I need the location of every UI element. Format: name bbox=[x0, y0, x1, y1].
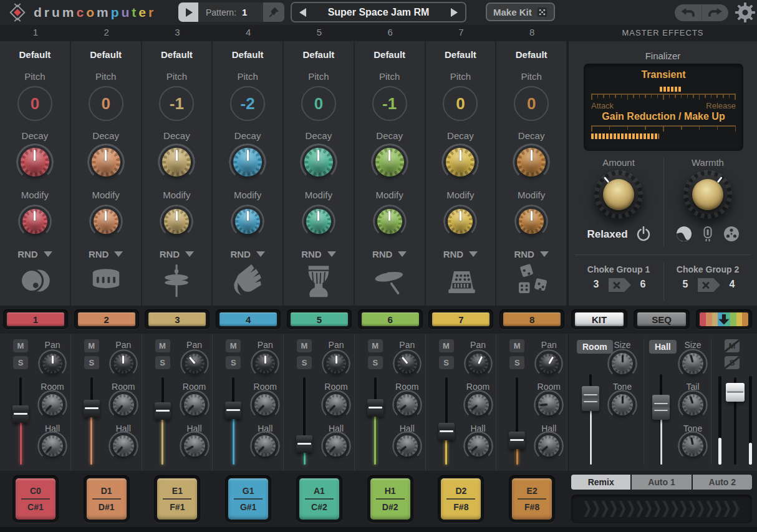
solo-button[interactable]: S bbox=[439, 356, 454, 369]
fader-cap[interactable] bbox=[296, 435, 312, 453]
channel-volume-fader[interactable] bbox=[12, 377, 29, 465]
power-icon[interactable] bbox=[635, 225, 652, 243]
engine-preset-name[interactable]: Default bbox=[284, 49, 354, 60]
master-mute-button[interactable]: M bbox=[725, 339, 740, 352]
hall-reverb-badge[interactable]: Hall bbox=[649, 340, 677, 354]
play-button[interactable] bbox=[178, 2, 198, 22]
pitch-control[interactable]: 0 bbox=[17, 86, 52, 121]
channel-volume-fader[interactable] bbox=[225, 377, 241, 465]
drum-pad[interactable]: E2 F#8 bbox=[509, 475, 555, 523]
automation-tab-auto-2[interactable]: Auto 2 bbox=[693, 475, 752, 490]
randomize-control[interactable]: RND bbox=[71, 249, 141, 259]
djembe-icon[interactable] bbox=[300, 262, 337, 299]
synth-icon[interactable] bbox=[441, 262, 479, 299]
room-return-fader[interactable] bbox=[582, 374, 599, 465]
hall-send-knob[interactable] bbox=[538, 435, 559, 457]
choke-2-right-channel[interactable]: 4 bbox=[730, 279, 735, 290]
drum-pad[interactable]: E1 F#1 bbox=[154, 475, 200, 523]
channel-select-button[interactable]: 3 bbox=[145, 309, 210, 329]
next-preset-button[interactable] bbox=[451, 8, 458, 17]
decay-knob[interactable] bbox=[517, 148, 546, 177]
solo-button[interactable]: S bbox=[13, 356, 28, 369]
mute-button[interactable]: M bbox=[368, 339, 383, 352]
fader-cap[interactable] bbox=[652, 395, 670, 420]
pan-knob[interactable] bbox=[113, 354, 133, 374]
randomize-control[interactable]: RND bbox=[426, 249, 496, 259]
pitch-control[interactable]: 0 bbox=[443, 86, 478, 121]
modify-knob[interactable] bbox=[235, 209, 260, 234]
preset-name[interactable]: Super Space Jam RM bbox=[306, 7, 451, 18]
hall-send-knob[interactable] bbox=[113, 435, 134, 457]
all-channels-collapse-button[interactable] bbox=[696, 309, 752, 329]
solo-button[interactable]: S bbox=[368, 356, 383, 369]
dice-icon[interactable] bbox=[513, 262, 550, 299]
modify-knob[interactable] bbox=[22, 209, 47, 234]
redo-button[interactable] bbox=[702, 4, 729, 21]
compressor-curve-icon[interactable] bbox=[675, 225, 693, 243]
choke-x-icon[interactable] bbox=[698, 278, 720, 292]
randomize-control[interactable]: RND bbox=[284, 249, 354, 259]
mute-button[interactable]: M bbox=[226, 339, 241, 352]
channel-select-button[interactable]: 1 bbox=[3, 309, 68, 329]
hall-send-knob[interactable] bbox=[325, 435, 347, 457]
pitch-control[interactable]: -1 bbox=[159, 86, 194, 121]
drum-pad[interactable]: D2 F#8 bbox=[438, 475, 484, 523]
randomize-control[interactable]: RND bbox=[213, 249, 282, 259]
solo-button[interactable]: S bbox=[509, 356, 524, 369]
modify-knob[interactable] bbox=[377, 209, 402, 234]
compressor-mode[interactable]: Relaxed bbox=[587, 228, 627, 241]
modify-knob[interactable] bbox=[94, 209, 118, 234]
decay-knob[interactable] bbox=[304, 148, 333, 177]
pan-knob[interactable] bbox=[185, 354, 205, 374]
channel-volume-fader[interactable] bbox=[367, 377, 383, 465]
engine-preset-name[interactable]: Default bbox=[213, 49, 282, 60]
hall-send-knob[interactable] bbox=[42, 435, 63, 457]
room-send-knob[interactable] bbox=[538, 394, 559, 415]
channel-volume-fader[interactable] bbox=[509, 377, 525, 465]
channel-volume-fader[interactable] bbox=[84, 377, 100, 465]
kit-view-button[interactable]: KIT bbox=[571, 309, 627, 329]
automation-tab-remix[interactable]: Remix bbox=[571, 475, 630, 490]
hall-send-knob[interactable] bbox=[397, 435, 418, 457]
mute-button[interactable]: M bbox=[13, 339, 28, 352]
undo-button[interactable] bbox=[675, 4, 702, 21]
drum-pad[interactable]: H1 D#2 bbox=[367, 475, 413, 523]
channel-select-button[interactable]: 7 bbox=[428, 309, 493, 329]
room-send-knob[interactable] bbox=[325, 394, 347, 415]
fader-cap[interactable] bbox=[225, 402, 241, 419]
tube-icon[interactable] bbox=[699, 225, 716, 243]
hihat-icon[interactable] bbox=[158, 262, 195, 299]
decay-knob[interactable] bbox=[162, 148, 191, 177]
pitch-control[interactable]: -1 bbox=[372, 86, 407, 121]
decay-knob[interactable] bbox=[233, 148, 262, 177]
choke-x-icon[interactable] bbox=[609, 278, 631, 292]
channel-select-button[interactable]: 6 bbox=[358, 309, 423, 329]
decay-knob[interactable] bbox=[92, 148, 120, 177]
channel-volume-fader[interactable] bbox=[296, 377, 312, 465]
choke-1-right-channel[interactable]: 6 bbox=[640, 279, 646, 290]
hall-return-fader[interactable] bbox=[652, 374, 670, 465]
randomize-control[interactable]: RND bbox=[496, 249, 566, 259]
hall-send-knob[interactable] bbox=[184, 435, 205, 457]
kick-drum-icon[interactable] bbox=[16, 262, 54, 299]
mute-button[interactable]: M bbox=[439, 339, 454, 352]
fader-cap[interactable] bbox=[509, 432, 525, 449]
seq-view-button[interactable]: SEQ bbox=[634, 309, 690, 329]
engine-preset-name[interactable]: Default bbox=[426, 49, 496, 60]
room-send-knob[interactable] bbox=[42, 394, 63, 415]
room-send-knob[interactable] bbox=[397, 394, 418, 415]
fader-cap[interactable] bbox=[12, 405, 29, 423]
previous-preset-button[interactable] bbox=[299, 8, 306, 17]
mute-button[interactable]: M bbox=[509, 339, 524, 352]
randomize-control[interactable]: RND bbox=[355, 249, 425, 259]
fader-cap[interactable] bbox=[367, 399, 383, 417]
modify-knob[interactable] bbox=[519, 209, 544, 234]
pitch-control[interactable]: 0 bbox=[89, 86, 123, 121]
hall-tone-knob[interactable] bbox=[682, 435, 703, 457]
hall-send-knob[interactable] bbox=[468, 435, 489, 457]
randomize-control[interactable]: RND bbox=[0, 249, 70, 259]
make-kit-button[interactable]: Make Kit bbox=[486, 2, 555, 21]
tape-reel-icon[interactable] bbox=[723, 225, 740, 243]
drum-pad[interactable]: C0 C#1 bbox=[12, 475, 59, 523]
transient-position-bar[interactable] bbox=[660, 87, 682, 92]
